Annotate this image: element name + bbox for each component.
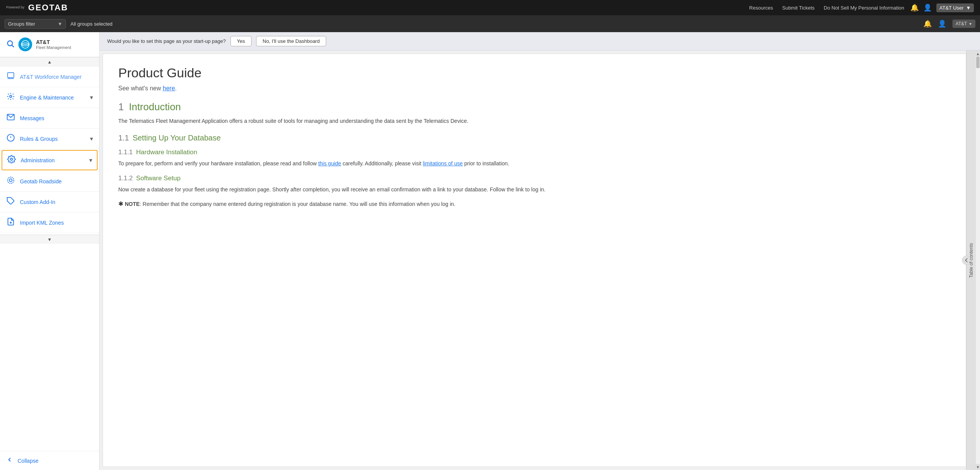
sidebar-item-engine-maintenance[interactable]: Engine & Maintenance ▾ — [0, 87, 99, 108]
rules-groups-icon — [6, 134, 15, 144]
toc-sidebar[interactable]: Table of contents — [966, 51, 975, 470]
limitations-link[interactable]: limitations of use — [423, 160, 463, 166]
messages-icon — [6, 113, 15, 123]
this-guide-link[interactable]: this guide — [318, 160, 341, 166]
geotab-roadside-icon — [6, 176, 15, 186]
sidebar-header: AT&T Fleet Management — [0, 32, 99, 57]
sidebar-item-att-workforce[interactable]: AT&T Workforce Manager — [0, 66, 99, 87]
sidebar-item-custom-add-in-label: Custom Add-In — [20, 199, 93, 205]
logo-area: Powered by GEOTAB — [6, 3, 68, 13]
user-dropdown[interactable]: AT&T User ▼ — [936, 3, 974, 12]
engine-maintenance-icon — [6, 92, 15, 103]
doc-subtitle: See what's new here. — [118, 85, 951, 92]
sidebar-item-engine-label: Engine & Maintenance — [20, 95, 85, 101]
svg-line-1 — [12, 45, 14, 47]
section-1-1-2-num: 1.1.2 — [118, 175, 133, 182]
note-asterisk: ✱ — [118, 201, 123, 207]
collapse-icon — [6, 456, 13, 465]
note-body: : Remember that the company name entered… — [140, 201, 456, 207]
sidebar-item-rules-label: Rules & Groups — [20, 136, 85, 142]
sidebar-item-messages[interactable]: Messages — [0, 108, 99, 129]
section-1-1-num: 1.1 — [118, 134, 129, 142]
bell-icon[interactable]: 🔔 — [910, 3, 919, 12]
scroll-track — [976, 57, 980, 464]
notification-bell-icon[interactable]: 🔔 — [923, 20, 932, 28]
section-1-1-title: Setting Up Your Database — [132, 134, 220, 142]
note-paragraph: ✱ NOTE: Remember that the company name e… — [118, 199, 951, 209]
content-area: Would you like to set this page as your … — [100, 32, 980, 470]
no-dashboard-button[interactable]: No, I'll use the Dashboard — [256, 36, 326, 46]
sidebar-item-administration-label: Administration — [21, 157, 85, 163]
svg-point-12 — [10, 158, 13, 160]
user-profile-icon[interactable]: 👤 — [938, 20, 946, 28]
powered-by-text: Powered by — [6, 6, 24, 10]
hardware-body-end: prior to installation. — [463, 160, 509, 166]
here-link[interactable]: here — [163, 85, 175, 91]
svg-point-14 — [8, 177, 14, 184]
sidebar-item-messages-label: Messages — [20, 115, 93, 121]
note-bold: NOTE — [125, 201, 140, 207]
sidebar-item-import-kml-label: Import KML Zones — [20, 220, 93, 226]
hardware-body-after: carefully. Additionally, please visit — [341, 160, 423, 166]
submit-tickets-link[interactable]: Submit Tickets — [782, 5, 815, 11]
chevron-down-icon: ▼ — [47, 237, 52, 242]
groups-filter-select[interactable]: Groups filter ▼ — [5, 19, 66, 29]
scroll-down-arrow[interactable]: ▼ — [976, 464, 980, 470]
section-1-1-2-heading: 1.1.2 Software Setup — [118, 175, 951, 182]
user-menu-dropdown[interactable]: AT&T ▼ — [952, 20, 975, 28]
user-menu-label: AT&T — [956, 21, 967, 26]
sidebar-scroll-down[interactable]: ▼ — [0, 235, 99, 244]
sidebar-collapse-item[interactable]: Collapse — [0, 451, 99, 470]
section-1-num: 1 — [118, 101, 124, 113]
subtitle-end: . — [175, 85, 176, 91]
document-content: Product Guide See what's new here. 1 Int… — [103, 54, 966, 467]
sidebar-item-geotab-roadside-label: Geotab Roadside — [20, 178, 93, 184]
right-scrollbar: ▲ ▼ — [975, 51, 980, 470]
resources-link[interactable]: Resources — [749, 5, 773, 11]
custom-add-in-icon — [6, 197, 15, 207]
svg-rect-5 — [8, 73, 14, 78]
company-subtitle: Fleet Management — [36, 45, 71, 50]
yes-button[interactable]: Yes — [230, 36, 252, 46]
sidebar-item-att-workforce-label: AT&T Workforce Manager — [20, 74, 93, 80]
engine-expand-icon: ▾ — [90, 94, 93, 101]
company-name: AT&T — [36, 39, 71, 45]
section-1-1-1-body: To prepare for, perform and verify your … — [118, 159, 951, 168]
section-1-1-1-title: Hardware Installation — [136, 149, 198, 156]
sidebar-scroll-up[interactable]: ▲ — [0, 57, 99, 66]
import-kml-icon — [6, 217, 15, 228]
section-1-body: The Telematics Fleet Management Applicat… — [118, 117, 951, 126]
section-1-1-1-heading: 1.1.1 Hardware Installation — [118, 149, 951, 156]
do-not-sell-link[interactable]: Do Not Sell My Personal Information — [824, 5, 904, 11]
section-1-title: Introduction — [129, 101, 181, 113]
search-button[interactable] — [6, 39, 15, 50]
groups-filter-label: Groups filter — [8, 21, 35, 27]
hardware-body-before: To prepare for, perform and verify your … — [118, 160, 318, 166]
sidebar-item-import-kml[interactable]: Import KML Zones — [0, 212, 99, 233]
user-area: 🔔 👤 AT&T User ▼ — [910, 3, 974, 12]
sidebar-item-custom-add-in[interactable]: Custom Add-In — [0, 192, 99, 212]
administration-icon — [7, 155, 16, 165]
startup-question: Would you like to set this page as your … — [107, 38, 226, 44]
user-icon[interactable]: 👤 — [923, 3, 932, 12]
section-1-1-heading: 1.1 Setting Up Your Database — [118, 134, 951, 142]
all-groups-text: All groups selected — [70, 21, 113, 27]
att-logo-circle — [18, 38, 32, 51]
user-name: AT&T User — [939, 5, 964, 11]
sidebar-item-geotab-roadside[interactable]: Geotab Roadside — [0, 171, 99, 192]
scroll-thumb[interactable] — [976, 57, 980, 68]
document-wrapper: Product Guide See what's new here. 1 Int… — [100, 51, 980, 470]
subtitle-text: See what's new — [118, 85, 163, 91]
chevron-up-icon: ▲ — [47, 59, 52, 65]
top-nav-links: Resources Submit Tickets Do Not Sell My … — [749, 5, 904, 11]
toc-label: Table of contents — [969, 243, 974, 278]
section-1-1-1-num: 1.1.1 — [118, 149, 133, 156]
dropdown-chevron-icon: ▼ — [966, 5, 971, 11]
sidebar-item-rules-groups[interactable]: Rules & Groups ▾ — [0, 129, 99, 149]
sidebar-item-administration[interactable]: Administration ▾ — [2, 150, 98, 170]
scroll-up-arrow[interactable]: ▲ — [976, 51, 980, 57]
geotab-logo: GEOTAB — [28, 3, 68, 13]
svg-point-13 — [9, 179, 12, 181]
company-info: AT&T Fleet Management — [36, 39, 71, 50]
section-1-heading: 1 Introduction — [118, 101, 951, 113]
